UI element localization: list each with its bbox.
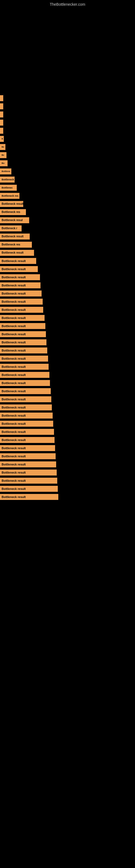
list-item [0,111,135,118]
bottleneck-items-container: BBoBoBoBottleneBottleneck rBottlenecBott… [0,94,135,501]
bottleneck-result-label: Bo [0,152,6,158]
list-item [0,102,135,110]
bottleneck-result-label: Bottleneck result [0,282,41,288]
bottleneck-result-label: Bottleneck result [0,445,55,451]
list-item: Bottleneck r [0,176,135,183]
bottleneck-result-label: Bottleneck r [0,225,21,231]
bottleneck-result-label: Bottleneck result [0,339,46,345]
bottleneck-result-label: Bottleneck result [0,307,43,313]
list-item: Bottleneck result [0,290,135,297]
list-item: Bottleneck res [0,208,135,216]
list-item: Bottleneck result [0,363,135,371]
bottleneck-result-label [0,128,3,134]
bottleneck-result-label: Bottleneck result [0,421,53,427]
bottleneck-result-label: Bottleneck r [0,177,14,183]
bottleneck-result-label: Bottleneck res [0,193,19,199]
bottleneck-result-label: Bottleneck result [0,478,57,484]
bottleneck-result-label: Bo [0,144,5,150]
list-item: Bottleneck res [0,192,135,199]
list-item: Bottleneck resul [0,216,135,224]
bottleneck-result-label: Bottleneck result [0,347,47,353]
bottleneck-result-label: Bottleneck result [0,364,49,370]
list-item: Bo [0,143,135,151]
list-item [0,94,135,102]
bottleneck-result-label [0,120,3,126]
site-title: TheBottlenecker.com [0,0,135,8]
list-item: Bottleneck result [0,322,135,330]
list-item [0,119,135,126]
bottleneck-result-label: Bottleneck result [0,461,56,467]
bottleneck-result-label: Bottleneck result [0,299,43,305]
list-item: Bottleneck result [0,477,135,485]
list-item: Bo [0,159,135,167]
list-item: Bottleneck result [0,396,135,403]
bottleneck-result-label: Bottleneck result [0,469,57,475]
list-item: Bottleneck result [0,420,135,428]
bottleneck-result-label: Bottleneck result [0,258,36,264]
bottleneck-result-label: Bottleneck result [0,290,42,297]
list-item: Bo [0,151,135,159]
list-item: Bottleneck result [0,200,135,208]
bottleneck-result-label: Bo [0,160,8,166]
bottleneck-result-label: Bottlene [0,168,11,175]
bottleneck-result-label: Bottleneck result [0,201,23,207]
list-item: Bottleneck result [0,388,135,395]
bottleneck-result-label: Bottleneck res [0,242,32,248]
list-item: Bottleneck result [0,347,135,354]
bottleneck-result-label: Bottleneck result [0,234,30,240]
bottleneck-result-label: Bottleneck result [0,323,45,329]
list-item: Bottleneck result [0,436,135,444]
list-item: Bottleneck result [0,371,135,379]
bottleneck-result-label: Bottleneck result [0,266,38,272]
list-item: Bottleneck result [0,339,135,346]
bottleneck-result-label: B [0,136,4,142]
list-item: Bottleneck result [0,249,135,257]
list-item: Bottleneck result [0,453,135,460]
bottleneck-result-label: Bottleneck result [0,453,56,459]
list-item: Bottleneck result [0,404,135,411]
bottleneck-result-label: Bottleneck resul [0,217,29,223]
bottleneck-result-label [0,103,3,109]
bottleneck-result-label: Bottleneck result [0,355,48,362]
list-item: Bottleneck result [0,306,135,314]
bottleneck-result-label: Bottleneck result [0,486,58,492]
bottleneck-result-label: Bottleneck result [0,388,51,394]
list-item: Bottleneck result [0,233,135,240]
list-item: Bottleneck result [0,273,135,281]
chart-area [0,8,135,94]
list-item: Bottleneck result [0,330,135,338]
list-item: Bottleneck result [0,282,135,289]
list-item: Bottleneck result [0,469,135,476]
list-item: Bottleneck result [0,485,135,493]
bottleneck-result-label: Bottleneck result [0,250,34,256]
list-item: Bottlene [0,167,135,175]
bottleneck-result-label: Bottleneck result [0,396,51,402]
bottleneck-result-label: Bottleneck result [0,412,53,418]
bottleneck-result-label: Bottleneck result [0,274,40,280]
list-item: Bottleneck res [0,241,135,248]
bottleneck-result-label: Bottleneck res [0,209,26,215]
list-item: Bottleneck result [0,444,135,452]
bottleneck-result-label: Bottleneck result [0,315,45,321]
list-item: Bottleneck result [0,314,135,322]
list-item: Bottleneck result [0,412,135,420]
bottleneck-result-label [0,112,3,118]
list-item: Bottlenec [0,184,135,191]
list-item: Bottleneck result [0,265,135,273]
list-item: Bottleneck r [0,225,135,232]
list-item: Bottleneck result [0,379,135,387]
bottleneck-result-label: Bottleneck result [0,404,52,410]
bottleneck-result-label: Bottleneck result [0,437,54,443]
bottleneck-result-label: Bottleneck result [0,380,50,386]
bottleneck-result-label: Bottleneck result [0,494,58,500]
bottleneck-result-label: Bottlenec [0,185,17,191]
bottleneck-result-label: Bottleneck result [0,372,49,378]
list-item: Bottleneck result [0,298,135,305]
bottleneck-result-label [0,95,3,101]
list-item: Bottleneck result [0,355,135,362]
list-item: Bottleneck result [0,428,135,436]
bottleneck-result-label: Bottleneck result [0,331,46,337]
list-item [0,127,135,134]
list-item: Bottleneck result [0,493,135,501]
list-item: Bottleneck result [0,461,135,468]
